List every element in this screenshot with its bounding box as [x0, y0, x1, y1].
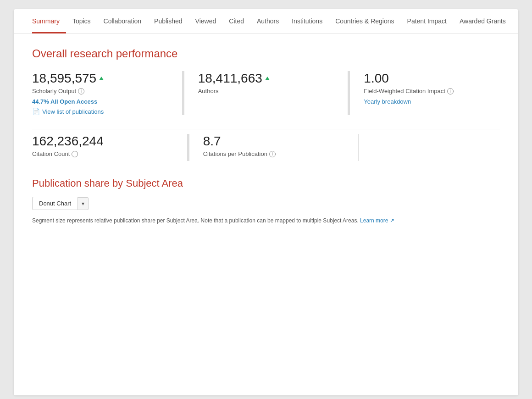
navigation: SummaryTopicsCollaborationPublishedViewe… — [14, 9, 518, 33]
chart-note: Segment size represents relative publica… — [32, 217, 500, 224]
yearly-breakdown-link[interactable]: Yearly breakdown — [364, 98, 500, 105]
chart-type-selector: Donut Chart ▾ — [32, 197, 500, 210]
open-access-link[interactable]: 44.7% All Open Access — [32, 98, 168, 105]
scholarly-output-arrow — [99, 77, 104, 80]
authors-value: 18,411,663 — [198, 71, 334, 86]
citation-count-value: 162,236,244 — [32, 134, 173, 149]
nav-item-summary[interactable]: Summary — [32, 9, 66, 33]
nav-item-countries---regions[interactable]: Countries & Regions — [329, 9, 400, 33]
fwci-value: 1.00 — [364, 71, 500, 86]
metrics-row-1: 18,595,575 Scholarly Output i 44.7% All … — [32, 71, 500, 115]
citations-per-pub-info[interactable]: i — [269, 151, 276, 157]
authors-label: Authors — [198, 88, 334, 94]
scholarly-output-label: Scholarly Output i — [32, 88, 168, 94]
fwci-label: Field-Weighted Citation Impact i — [364, 88, 500, 94]
content-area: Overall research performance 18,595,575 … — [14, 33, 518, 382]
nav-item-topics[interactable]: Topics — [66, 9, 97, 33]
nav-item-awarded-grants[interactable]: Awarded Grants — [453, 9, 512, 33]
fwci-info[interactable]: i — [447, 88, 454, 94]
donut-chart-container — [32, 235, 500, 382]
nav-item-published[interactable]: Published — [148, 9, 189, 33]
nav-item-institutions[interactable]: Institutions — [285, 9, 329, 33]
citation-count-info[interactable]: i — [72, 151, 78, 157]
scholarly-output-block: 18,595,575 Scholarly Output i 44.7% All … — [32, 71, 183, 115]
empty-metric-spacer — [359, 134, 500, 161]
nav-item-cited[interactable]: Cited — [222, 9, 250, 33]
nav-item-patent-impact[interactable]: Patent Impact — [401, 9, 453, 33]
citation-count-block: 162,236,244 Citation Count i — [32, 134, 188, 161]
authors-block: 18,411,663 Authors — [183, 71, 349, 115]
fwci-block: 1.00 Field-Weighted Citation Impact i Ye… — [349, 71, 500, 115]
pub-share-title: Publication share by Subject Area — [32, 177, 500, 189]
nav-item-viewed[interactable]: Viewed — [189, 9, 223, 33]
donut-chart-svg — [105, 239, 427, 377]
metrics-row-2: 162,236,244 Citation Count i 8.7 Citatio… — [32, 129, 500, 161]
citations-per-pub-block: 8.7 Citations per Publication i — [188, 134, 359, 161]
citations-per-pub-label: Citations per Publication i — [203, 150, 344, 157]
nav-item-collaboration[interactable]: Collaboration — [97, 9, 148, 33]
overall-title: Overall research performance — [32, 47, 500, 60]
authors-arrow — [265, 77, 270, 80]
nav-item-authors[interactable]: Authors — [250, 9, 285, 33]
view-publications-link[interactable]: 📄 View list of publications — [32, 108, 168, 115]
main-card: SummaryTopicsCollaborationPublishedViewe… — [14, 9, 518, 395]
scholarly-output-value: 18,595,575 — [32, 71, 168, 86]
citations-per-pub-value: 8.7 — [203, 134, 344, 149]
learn-more-link[interactable]: Learn more ↗ — [360, 217, 394, 224]
scholarly-output-info[interactable]: i — [78, 88, 84, 94]
chart-type-button[interactable]: Donut Chart — [32, 197, 78, 210]
chart-type-chevron[interactable]: ▾ — [78, 197, 89, 210]
citation-count-label: Citation Count i — [32, 150, 173, 157]
